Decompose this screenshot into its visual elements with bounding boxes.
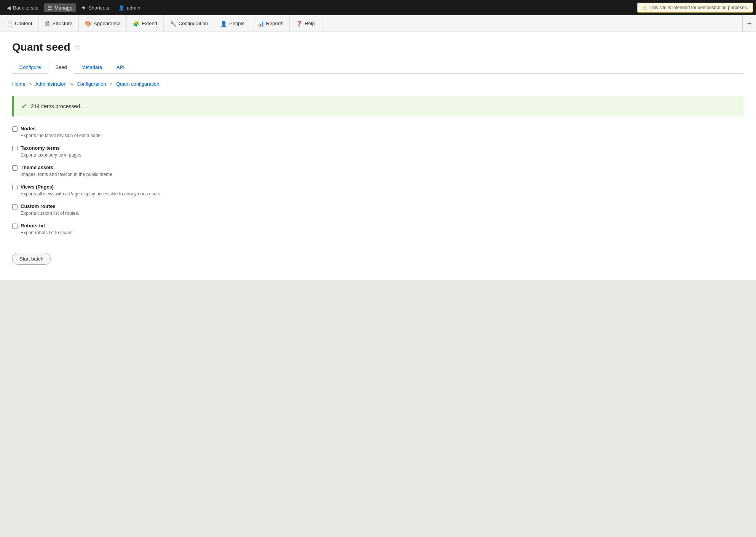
nav-appearance-label: Appearance [94,21,120,26]
nav-structure-label: Structure [53,21,73,26]
notification-text: This site is intended for demonstration … [649,5,748,10]
custom-routes-label[interactable]: Custom routes [21,203,56,209]
nav-item-structure[interactable]: 🏛 Structure [39,15,79,32]
breadcrumb-sep-2: » [70,81,73,87]
robots-label[interactable]: Robots.txt [21,223,45,229]
checkbox-items-container: Nodes Exports the latest revision of eac… [12,126,744,235]
demo-notification: ⚠ This site is intended for demonstratio… [637,3,753,13]
structure-icon: 🏛 [45,21,50,27]
tab-configure[interactable]: Configure [12,61,48,74]
user-icon: 👤 [118,5,124,11]
checkbox-item-taxonomy: Taxonomy terms Exports taxonomy term pag… [12,145,744,158]
breadcrumb-sep-1: » [29,81,32,87]
theme-assets-description: Images, fonts and favicon in the public … [21,172,744,177]
checkmark-icon: ✔ [21,102,27,110]
taxonomy-description: Exports taxonomy term pages. [21,152,744,158]
warning-icon: ⚠ [642,5,647,11]
nav-item-configuration[interactable]: 🔧 Configuration [164,15,214,32]
shortcuts-label: Shortcuts [88,5,109,11]
admin-label: admin [127,5,140,11]
views-checkbox[interactable] [12,185,18,190]
nodes-description: Exports the latest revision of each node… [21,133,744,138]
tab-seed[interactable]: Seed [48,61,74,74]
breadcrumb-quant-configuration[interactable]: Quant configuration [116,81,159,87]
nav-people-label: People [229,21,244,26]
back-to-site-label: Back to site [13,5,38,11]
content-wrapper: Quant seed ☆ Configure Seed Metadata API… [0,32,756,280]
nav-reports-label: Reports [266,21,284,26]
nav-item-appearance[interactable]: 🎨 Appearance [79,15,127,32]
content-icon: 📄 [6,21,13,27]
tabs-container: Configure Seed Metadata API [12,61,744,74]
views-label[interactable]: Views (Pages) [21,184,54,190]
start-batch-button[interactable]: Start batch [12,253,51,265]
taxonomy-checkbox[interactable] [12,146,18,151]
help-icon: ❓ [296,21,302,27]
views-description: Exports all views with a Page display ac… [21,191,744,197]
checkbox-item-robots: Robots.txt Export robots.txt to Quant. [12,223,744,235]
custom-routes-description: Exports custom list of routes. [21,211,744,216]
tab-metadata[interactable]: Metadata [74,61,109,74]
custom-routes-checkbox[interactable] [12,204,18,209]
nav-item-people[interactable]: 👤 People [214,15,251,32]
nav-item-extend[interactable]: 🧩 Extend [127,15,163,32]
tab-api[interactable]: API [109,61,132,74]
checkbox-item-custom-routes: Custom routes Exports custom list of rou… [12,203,744,216]
page-inner: Quant seed ☆ Configure Seed Metadata API… [0,32,756,280]
page-title: Quant seed [12,41,70,53]
nav-item-help[interactable]: ❓ Help [290,15,321,32]
reports-icon: 📊 [257,21,264,27]
secondary-nav: 📄 Content 🏛 Structure 🎨 Appearance 🧩 Ext… [0,15,756,32]
nav-help-label: Help [305,21,315,26]
collapse-icon: ⇥ [747,21,751,26]
breadcrumb-home[interactable]: Home [12,81,26,87]
checkbox-item-theme-assets: Theme assets Images, fonts and favicon i… [12,165,744,177]
nav-extend-label: Extend [142,21,157,26]
breadcrumb-administration[interactable]: Administration [35,81,66,87]
manage-button[interactable]: ☰ Manage [44,3,76,12]
extend-icon: 🧩 [133,21,139,27]
breadcrumb-sep-3: » [110,81,112,87]
configuration-icon: 🔧 [170,21,176,27]
admin-user-link[interactable]: 👤 admin [115,3,144,12]
nav-content-label: Content [15,21,32,26]
nav-item-content[interactable]: 📄 Content [0,15,39,32]
nav-collapse-button[interactable]: ⇥ [742,15,756,32]
admin-bar: ◀ Back to site ☰ Manage ★ Shortcuts 👤 ad… [0,0,756,15]
back-to-site-link[interactable]: ◀ Back to site [3,3,42,12]
success-message: ✔ 214 items processed. [12,96,744,117]
star-icon: ★ [81,5,86,11]
page-title-row: Quant seed ☆ [12,41,744,53]
nodes-label[interactable]: Nodes [21,126,36,131]
success-text: 214 items processed. [31,103,81,109]
taxonomy-label[interactable]: Taxonomy terms [21,145,60,151]
theme-assets-label[interactable]: Theme assets [21,165,53,170]
people-icon: 👤 [220,21,227,27]
robots-description: Export robots.txt to Quant. [21,230,744,235]
checkbox-item-views: Views (Pages) Exports all views with a P… [12,184,744,197]
appearance-icon: 🎨 [85,21,91,27]
back-arrow-icon: ◀ [7,5,11,11]
nav-configuration-label: Configuration [179,21,208,26]
shortcuts-link[interactable]: ★ Shortcuts [78,3,113,12]
checkbox-item-nodes: Nodes Exports the latest revision of eac… [12,126,744,138]
favorite-star-icon[interactable]: ☆ [74,43,81,52]
breadcrumb: Home » Administration » Configuration » … [12,81,744,87]
breadcrumb-configuration[interactable]: Configuration [77,81,106,87]
nodes-checkbox[interactable] [12,126,18,132]
manage-icon: ☰ [48,5,52,11]
robots-checkbox[interactable] [12,224,18,229]
theme-assets-checkbox[interactable] [12,165,18,171]
manage-label: Manage [54,5,72,11]
nav-item-reports[interactable]: 📊 Reports [251,15,290,32]
